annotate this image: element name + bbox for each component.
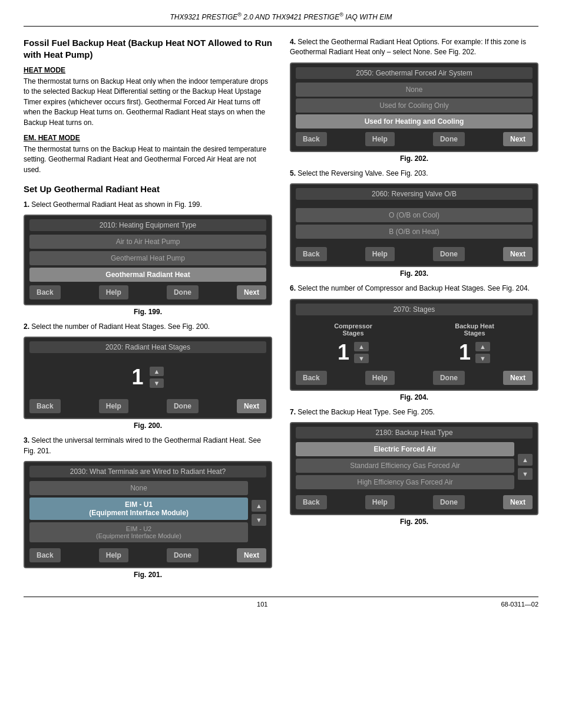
fig204-backup-value: 1 <box>459 340 471 365</box>
fig205-scroll-down[interactable]: ▼ <box>518 468 533 480</box>
fig205-done[interactable]: Done <box>433 495 465 509</box>
step7-text: 7. Select the Backup Heat Type. See Fig.… <box>290 407 538 417</box>
fig201-scroll-down[interactable]: ▼ <box>252 514 266 526</box>
fig201-screen: 2030: What Terminals are Wired to Radian… <box>24 461 272 568</box>
fig205-help[interactable]: Help <box>365 495 395 509</box>
fig200-caption: Fig. 200. <box>24 421 272 430</box>
fig205-option-0[interactable]: Electric Forced Air <box>296 442 514 456</box>
heat-mode-label: HEAT MODE <box>24 66 272 74</box>
fig199-option-2[interactable]: Geothermal Radiant Heat <box>29 268 266 282</box>
fig205-backup-heat: Electric Forced Air Standard Efficiency … <box>296 442 533 492</box>
fig199-help[interactable]: Help <box>99 285 128 299</box>
fig201-scroll-up[interactable]: ▲ <box>252 500 266 512</box>
fig201-back[interactable]: Back <box>29 548 61 562</box>
fig199-option-1[interactable]: Geothermal Heat Pump <box>29 251 266 265</box>
fig199-screen: 2010: Heating Equipment Type Air to Air … <box>24 215 272 305</box>
fig205-next[interactable]: Next <box>503 495 533 509</box>
fig204-backup-label: Backup HeatStages <box>455 322 494 337</box>
fig199-done[interactable]: Done <box>167 285 199 299</box>
fig203-screen: 2060: Reversing Valve O/B O (O/B on Cool… <box>290 183 538 267</box>
step4-text: 4. Select the Geothermal Radiant Heat Op… <box>290 37 538 58</box>
fig203-option-1[interactable]: B (O/B on Heat) <box>296 225 533 239</box>
fig204-compressor-arrows: ▲ ▼ <box>354 342 369 363</box>
step1-text: 1. Select Geothermal Radiant Heat as sho… <box>24 200 272 210</box>
fig204-backup-up[interactable]: ▲ <box>475 342 490 351</box>
fig204-caption: Fig. 204. <box>290 393 538 401</box>
fig204-compressor: CompressorStages 1 ▲ ▼ <box>334 322 372 365</box>
step6-text: 6. Select the number of Compressor and B… <box>290 284 538 294</box>
fig201-option-1[interactable]: EIM - U1 (Equipment Interface Module) <box>29 498 248 520</box>
fig202-option-2[interactable]: Used for Heating and Cooling <box>296 114 533 129</box>
fig201-title: 2030: What Terminals are Wired to Radian… <box>29 466 266 477</box>
fig205-caption: Fig. 205. <box>290 518 538 526</box>
em-heat-mode-text: The thermostat turns on the Backup Heat … <box>24 144 272 175</box>
fig201-option-2[interactable]: EIM - U2 (Equipment Interface Module) <box>29 522 248 542</box>
fig201-options: None EIM - U1 (Equipment Interface Modul… <box>29 481 248 545</box>
fig200-up[interactable]: ▲ <box>150 367 164 376</box>
fig203-done[interactable]: Done <box>433 247 465 261</box>
fig204-backup-unit: 1 ▲ ▼ <box>455 340 494 365</box>
fig205-option-1[interactable]: Standard Efficiency Gas Forced Air <box>296 459 514 473</box>
fig200-arrows: ▲ ▼ <box>150 367 164 388</box>
fig200-stages: 1 ▲ ▼ <box>29 357 266 396</box>
fig200-done[interactable]: Done <box>167 399 199 413</box>
fig202-done[interactable]: Done <box>433 132 465 146</box>
fig204-compressor-down[interactable]: ▼ <box>354 354 369 363</box>
fig202-title: 2050: Geothermal Forced Air System <box>296 67 533 79</box>
fig205-scroll-up[interactable]: ▲ <box>518 454 533 466</box>
fig204-compressor-up[interactable]: ▲ <box>354 342 369 351</box>
fig200-down[interactable]: ▼ <box>150 378 164 388</box>
fig202-back[interactable]: Back <box>296 132 327 146</box>
fig200-screen: 2020: Radiant Heat Stages 1 ▲ ▼ Back Hel… <box>24 337 272 419</box>
fig201-scroll-area: None EIM - U1 (Equipment Interface Modul… <box>29 481 266 545</box>
fig204-back[interactable]: Back <box>296 371 327 385</box>
page-number: 101 <box>24 601 501 608</box>
fig204-help[interactable]: Help <box>365 371 395 385</box>
fig205-title: 2180: Backup Heat Type <box>296 427 533 439</box>
step2-text: 2. Select the number of Radiant Heat Sta… <box>24 322 272 332</box>
fig200-next[interactable]: Next <box>237 399 266 413</box>
fig199-option-0[interactable]: Air to Air Heat Pump <box>29 235 266 249</box>
fig204-next[interactable]: Next <box>503 371 533 385</box>
fig201-next[interactable]: Next <box>237 548 266 562</box>
fig202-nav: Back Help Done Next <box>296 132 533 146</box>
fig202-next[interactable]: Next <box>503 132 533 146</box>
step3-text: 3. Select the universal terminals wired … <box>24 436 272 456</box>
fig204-done[interactable]: Done <box>433 371 465 385</box>
fig201-option-0[interactable]: None <box>29 481 248 495</box>
fig203-title: 2060: Reversing Valve O/B <box>296 188 533 200</box>
fig201-caption: Fig. 201. <box>24 571 272 579</box>
fig203-help[interactable]: Help <box>365 247 395 261</box>
fig205-option-2[interactable]: High Efficiency Gas Forced Air <box>296 475 514 489</box>
fig199-back[interactable]: Back <box>29 285 61 299</box>
fig203-option-0[interactable]: O (O/B on Cool) <box>296 208 533 222</box>
fig204-backup-down[interactable]: ▼ <box>475 354 490 363</box>
page-header: THX9321 PRESTIGE® 2.0 AND THX9421 PRESTI… <box>24 12 538 27</box>
fig202-option-1[interactable]: Used for Cooling Only <box>296 98 533 113</box>
fig204-backup: Backup HeatStages 1 ▲ ▼ <box>455 322 494 365</box>
footer-doc: 68-0311—02 <box>501 601 538 608</box>
fig202-help[interactable]: Help <box>365 132 395 146</box>
fig204-compressor-label: CompressorStages <box>334 322 372 337</box>
heat-mode-text: The thermostat turns on Backup Heat only… <box>24 77 272 128</box>
fig201-done[interactable]: Done <box>167 548 199 562</box>
fig203-back[interactable]: Back <box>296 247 327 261</box>
fig203-content: O (O/B on Cool) B (O/B on Heat) <box>296 203 533 243</box>
fig199-title: 2010: Heating Equipment Type <box>29 219 266 231</box>
fig204-title: 2070: Stages <box>296 304 533 315</box>
fig201-help[interactable]: Help <box>99 548 128 562</box>
fig205-back[interactable]: Back <box>296 495 327 509</box>
fig200-back[interactable]: Back <box>29 399 61 413</box>
fig202-option-0[interactable]: None <box>296 83 533 97</box>
fig204-compressor-unit: 1 ▲ ▼ <box>334 340 372 365</box>
fig199-next[interactable]: Next <box>237 285 266 299</box>
fig202-screen: 2050: Geothermal Forced Air System None … <box>290 62 538 152</box>
fig200-help[interactable]: Help <box>99 399 128 413</box>
fig200-value: 1 <box>132 365 144 390</box>
fig202-caption: Fig. 202. <box>290 154 538 163</box>
fig203-next[interactable]: Next <box>503 247 533 261</box>
step5-text: 5. Select the Reversing Valve. See Fig. … <box>290 169 538 179</box>
em-heat-mode-label: EM. HEAT MODE <box>24 134 272 142</box>
right-column: 4. Select the Geothermal Radiant Heat Op… <box>290 37 538 585</box>
fig204-screen: 2070: Stages CompressorStages 1 ▲ ▼ Back… <box>290 299 538 391</box>
